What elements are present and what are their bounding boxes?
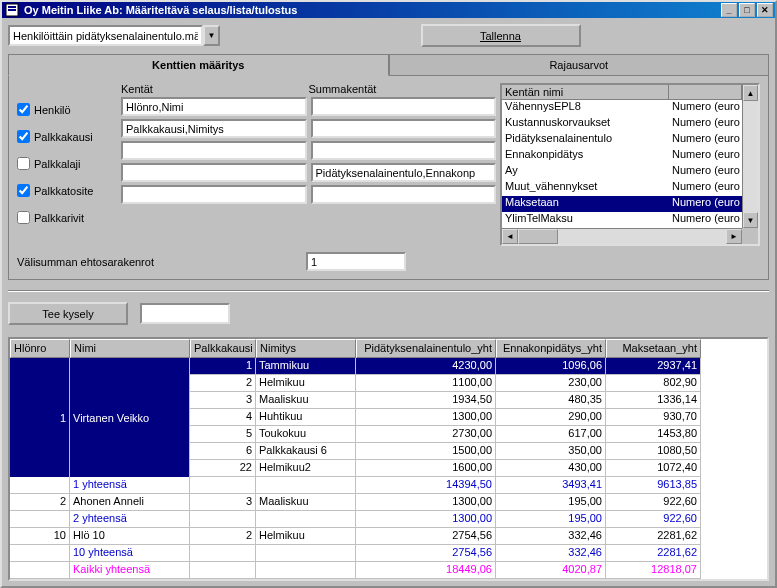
scroll-down-button[interactable]: ▼ — [743, 212, 758, 228]
total-row: Kaikki yhteensä18449,064020,8712818,07 — [10, 562, 767, 579]
chk-palkkakausi[interactable]: Palkkakausi — [17, 126, 117, 147]
list-item[interactable]: KustannuskorvauksetNumero (euro — [502, 116, 758, 132]
chk-palkkarivit[interactable]: Palkkarivit — [17, 207, 117, 228]
list-item[interactable]: PidätyksenalainentuloNumero (euro — [502, 132, 758, 148]
list-item[interactable]: YlimTelMaksuNumero (euro — [502, 212, 758, 228]
preset-input[interactable] — [8, 25, 203, 46]
table-row[interactable]: 2Helmikuu1100,00230,00802,90 — [190, 375, 701, 392]
app-window: Oy Meitin Liike Ab: Määriteltävä selaus/… — [0, 0, 777, 588]
field-5[interactable] — [121, 185, 307, 204]
list-item[interactable]: EnnakonpidätysNumero (euro — [502, 148, 758, 164]
list-hdr-name: Kentän nimi — [502, 85, 669, 99]
list-vscroll[interactable]: ▲▼ — [742, 85, 758, 228]
table-row[interactable]: 10Hlö 102Helmikuu2754,56332,462281,62 — [10, 528, 767, 545]
sum-1[interactable] — [311, 97, 497, 116]
grid-col-header[interactable]: Palkkakausi — [190, 339, 256, 358]
maximize-button[interactable]: □ — [739, 3, 755, 17]
config-panel: Kenttien määritys Rajausarvot Henkilö Pa… — [8, 55, 769, 280]
table-row[interactable]: 22Helmikuu21600,00430,001072,40 — [190, 460, 701, 477]
chk-henkilo[interactable]: Henkilö — [17, 99, 117, 120]
field-3[interactable] — [121, 141, 307, 160]
table-row[interactable]: 6Palkkakausi 61500,00350,001080,50 — [190, 443, 701, 460]
save-button[interactable]: Tallenna — [421, 24, 581, 47]
scroll-left-button[interactable]: ◄ — [502, 229, 518, 244]
sum-3[interactable] — [311, 141, 497, 160]
grid-col-header[interactable]: Pidätyksenalainentulo_yht — [356, 339, 496, 358]
tab-filters[interactable]: Rajausarvot — [389, 54, 770, 76]
combo-dropdown-button[interactable]: ▼ — [203, 25, 220, 46]
grid-col-header[interactable]: Nimi — [70, 339, 190, 358]
label-kentat: Kentät — [121, 83, 309, 97]
preset-combo[interactable]: ▼ — [8, 25, 220, 46]
table-row[interactable]: 5Toukokuu2730,00617,001453,80 — [190, 426, 701, 443]
subtotal-row: 2 yhteensä1300,00195,00922,60 — [10, 511, 767, 528]
list-hscroll[interactable]: ◄► — [502, 228, 758, 244]
scroll-up-button[interactable]: ▲ — [743, 85, 758, 101]
field-4[interactable] — [121, 163, 307, 182]
sumrak-input[interactable] — [306, 252, 406, 271]
sum-4[interactable] — [311, 163, 497, 182]
sum-2[interactable] — [311, 119, 497, 138]
chk-palkkalaji[interactable]: Palkkalaji — [17, 153, 117, 174]
result-grid[interactable]: HlönroNimiPalkkakausiNimitysPidätyksenal… — [8, 337, 769, 581]
grid-col-header[interactable]: Nimitys — [256, 339, 356, 358]
table-row[interactable]: 3Maaliskuu1934,50480,351336,14 — [190, 392, 701, 409]
grid-col-header[interactable]: Maksetaan_yht — [606, 339, 701, 358]
field-1[interactable] — [121, 97, 307, 116]
close-button[interactable]: ✕ — [757, 3, 773, 17]
query-button[interactable]: Tee kysely — [8, 302, 128, 325]
grid-col-header[interactable]: Hlönro — [10, 339, 70, 358]
save-label: Tallenna — [480, 30, 521, 42]
table-row[interactable]: 4Huhtikuu1300,00290,00930,70 — [190, 409, 701, 426]
chk-palkkatosite[interactable]: Palkkatosite — [17, 180, 117, 201]
status-field — [140, 303, 230, 324]
app-icon — [4, 2, 20, 18]
table-row[interactable]: 1Tammikuu4230,001096,062937,41 — [190, 358, 701, 375]
field-list[interactable]: Kentän nimi VähennysEPL8Numero (euroKust… — [500, 83, 760, 246]
subtotal-row: 10 yhteensä2754,56332,462281,62 — [10, 545, 767, 562]
minimize-button[interactable]: _ — [721, 3, 737, 17]
grid-col-header[interactable]: Ennakonpidätys_yht — [496, 339, 606, 358]
list-item[interactable]: AyNumero (euro — [502, 164, 758, 180]
table-row[interactable]: 2Ahonen Anneli3Maaliskuu1300,00195,00922… — [10, 494, 767, 511]
subtotal-row: 1 yhteensä14394,503493,419613,85 — [10, 477, 767, 494]
svg-rect-2 — [8, 9, 16, 11]
label-sumrak: Välisumman ehtosarakenrot — [17, 256, 154, 268]
list-item[interactable]: VähennysEPL8Numero (euro — [502, 100, 758, 116]
tab-fields[interactable]: Kenttien määritys — [8, 54, 389, 76]
sum-5[interactable] — [311, 185, 497, 204]
field-2[interactable] — [121, 119, 307, 138]
titlebar: Oy Meitin Liike Ab: Määriteltävä selaus/… — [2, 2, 775, 18]
svg-rect-1 — [8, 6, 16, 8]
window-title: Oy Meitin Liike Ab: Määriteltävä selaus/… — [24, 4, 297, 16]
scroll-right-button[interactable]: ► — [726, 229, 742, 244]
list-item[interactable]: MaksetaanNumero (euro — [502, 196, 758, 212]
label-summa: Summakentät — [309, 83, 497, 97]
list-item[interactable]: Muut_vähennyksetNumero (euro — [502, 180, 758, 196]
